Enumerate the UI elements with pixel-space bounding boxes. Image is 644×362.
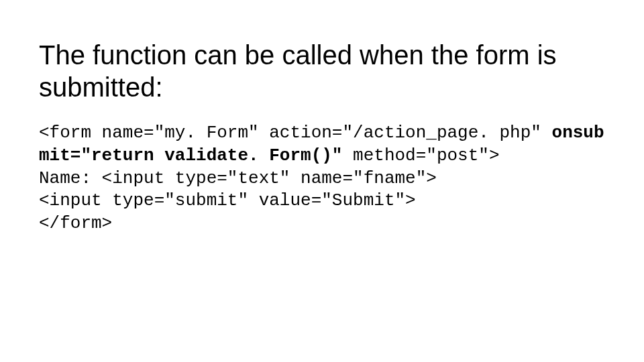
code-block: <form name="my. Form" action="/action_pa…: [39, 122, 605, 235]
code-segment-plain-2: method="post">: [342, 145, 499, 166]
code-line-5: </form>: [39, 213, 112, 233]
heading: The function can be called when the form…: [39, 39, 605, 103]
code-line-4: <input type="submit" value="Submit">: [39, 190, 416, 210]
code-line-3: Name: <input type="text" name="fname">: [39, 168, 437, 188]
code-segment-plain-1: <form name="my. Form" action="/action_pa…: [39, 123, 552, 143]
